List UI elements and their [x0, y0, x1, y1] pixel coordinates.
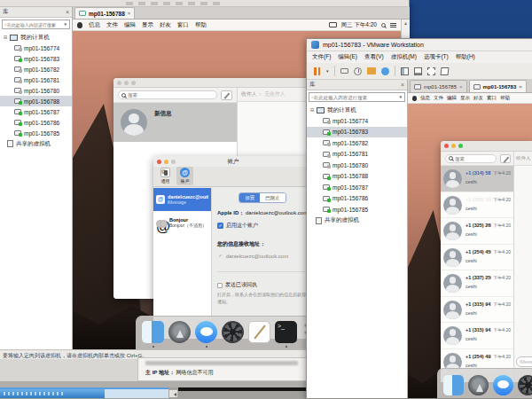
address-checkbox[interactable]: ✓: [217, 253, 223, 259]
conversation-row[interactable]: +1 (254) 459-2268 下午4:20 ceshi: [441, 245, 513, 271]
minimize-icon[interactable]: [451, 144, 456, 148]
vm-tree-item[interactable]: mp01-156783: [0, 53, 72, 64]
unity-icon[interactable]: [441, 67, 450, 75]
zoom-icon[interactable]: [131, 81, 136, 85]
app-menu-item[interactable]: 查看(V): [364, 53, 384, 61]
menu-item[interactable]: 帮助: [195, 21, 207, 29]
tab[interactable]: 已阻止: [260, 193, 286, 202]
snapshot-camera-icon[interactable]: [367, 67, 376, 74]
titlebar[interactable]: [113, 78, 308, 88]
snapshot-clock-icon[interactable]: [354, 67, 362, 75]
tree-shared-vms[interactable]: 共享的虚拟机: [0, 138, 72, 149]
vm-tree-item[interactable]: mp01-156781: [307, 149, 407, 160]
app-menu-item[interactable]: 虚拟机(M): [391, 53, 417, 61]
notification-center-icon[interactable]: [390, 23, 396, 27]
vm-tree-item[interactable]: mp01-156782: [0, 64, 72, 74]
conversation-row[interactable]: +1 (314) 581-8726 下午4:20 ceshi: [441, 166, 513, 192]
dock-icon[interactable]: [168, 321, 191, 343]
search-field[interactable]: [118, 90, 217, 99]
vm-tree-item[interactable]: mp01-156787: [307, 182, 407, 193]
vm-tree-item[interactable]: mp01-156785: [307, 204, 407, 215]
vm-tree-item[interactable]: mp01-156787: [0, 106, 72, 117]
vm-tree-item[interactable]: mp01-156788: [307, 171, 407, 183]
compose-icon[interactable]: [500, 154, 511, 163]
app-menu-item[interactable]: 帮助(H): [456, 53, 475, 61]
menu-item[interactable]: 编辑: [447, 95, 457, 101]
dock-icon[interactable]: [248, 321, 270, 343]
zoom-icon[interactable]: [458, 144, 463, 148]
vm-tree-item[interactable]: mp01-156781: [0, 74, 72, 85]
tree-root-my-computer[interactable]: ⊟ 我的计算机: [0, 32, 72, 43]
conversation-row[interactable]: +1 (315) 941-6131 下午4:20 ceshi: [441, 297, 513, 324]
conversation-row[interactable]: +1 (337) 256-1651 下午4:20 ceshi: [441, 270, 513, 297]
menu-item[interactable]: 文件: [106, 21, 118, 29]
menu-item[interactable]: 窗口: [177, 21, 189, 29]
titlebar[interactable]: 账户: [153, 156, 313, 167]
account-item[interactable]: @ Bonjour Bonjour（不适用）: [153, 211, 211, 234]
vm-tree-item[interactable]: mp01-156774: [307, 115, 407, 127]
vm-tree-item[interactable]: mp01-156782: [307, 137, 407, 149]
menu-item[interactable]: 编辑: [124, 21, 136, 29]
tab[interactable]: 设置: [239, 193, 260, 202]
dock-icon[interactable]: [443, 375, 464, 395]
dock-icon[interactable]: [222, 321, 244, 343]
vm-tree-item[interactable]: mp01-156780: [0, 85, 72, 96]
minimize-icon[interactable]: [124, 81, 129, 85]
scroll-up-icon[interactable]: ▲: [402, 20, 410, 27]
menu-item[interactable]: 好友: [160, 21, 171, 29]
app-menu-item[interactable]: 选项卡(T): [424, 53, 449, 61]
compose-icon[interactable]: [221, 90, 232, 100]
vm-tree-item[interactable]: mp01-156783: [307, 127, 407, 138]
vm-tab[interactable]: mp01-156783 ×: [469, 80, 527, 92]
dock-icon[interactable]: [468, 375, 489, 395]
pause-button[interactable]: [314, 67, 320, 75]
titlebar[interactable]: mp01-156783 - VMware Workstation: [307, 39, 532, 51]
ctrl-alt-del-icon[interactable]: [340, 68, 348, 74]
close-icon[interactable]: [444, 144, 449, 148]
menu-item[interactable]: 信息: [89, 21, 100, 29]
collapse-icon[interactable]: ⊟: [4, 35, 7, 40]
search-input[interactable]: [455, 156, 493, 161]
app-menu-item[interactable]: 编辑(E): [338, 53, 357, 61]
close-tab-icon[interactable]: ×: [459, 84, 463, 90]
read-receipt-checkbox[interactable]: [217, 283, 223, 288]
conversation-row[interactable]: +1 (325) 260-8177 下午4:20 ceshi: [441, 218, 513, 245]
prefs-toolbar-button[interactable]: @ 通用: [157, 166, 174, 185]
dock-icon[interactable]: [142, 321, 164, 343]
chevron-down-icon[interactable]: ▼: [64, 22, 67, 27]
menu-item[interactable]: 好友: [473, 95, 483, 101]
show-library-icon[interactable]: [401, 67, 409, 75]
prefs-toolbar-button[interactable]: @ 账户: [176, 166, 193, 185]
menu-item[interactable]: 窗口: [487, 95, 497, 101]
close-tab-icon[interactable]: ×: [128, 11, 131, 16]
to-header[interactable]: 收件人： 无收件人: [238, 88, 308, 102]
vm-tree-item[interactable]: mp01-156785: [0, 128, 72, 138]
vm-tree-item[interactable]: mp01-156780: [307, 160, 407, 171]
chevron-down-icon[interactable]: ▼: [399, 95, 403, 99]
progress-played[interactable]: [0, 389, 105, 398]
apple-icon[interactable]: [77, 22, 82, 28]
account-item[interactable]: @ danielcuezc@outlo… iMessage: [153, 188, 211, 211]
menu-item[interactable]: 文件: [434, 95, 443, 101]
new-message-row[interactable]: 新信息: [113, 103, 237, 142]
dock-icon[interactable]: [518, 375, 532, 395]
tree-root-my-computer[interactable]: ⊟ 我的计算机: [307, 105, 407, 115]
dock-icon[interactable]: [195, 321, 217, 343]
menu-item[interactable]: 信息: [420, 95, 430, 101]
imessage-input[interactable]: iMessage: [516, 356, 532, 367]
menu-item[interactable]: 帮助: [500, 95, 510, 101]
close-icon[interactable]: [117, 81, 121, 85]
library-search-input[interactable]: [314, 95, 399, 100]
fullscreen-icon[interactable]: [427, 67, 435, 75]
enable-account-checkbox[interactable]: ✓: [217, 223, 223, 229]
dock-icon[interactable]: [275, 321, 297, 343]
library-search-input[interactable]: [7, 22, 64, 27]
titlebar[interactable]: [441, 141, 532, 152]
vm-tab-156788[interactable]: mp01-156788 ×: [74, 7, 135, 19]
close-icon[interactable]: [157, 160, 161, 164]
vm-device-icon[interactable]: [329, 22, 337, 27]
scroll-left-icon[interactable]: [168, 389, 178, 398]
vm-screen-2[interactable]: +1 (314) 581-8726 下午4:20 ceshi +1 (325) …: [408, 104, 532, 398]
close-icon[interactable]: ×: [401, 82, 404, 88]
tree-shared-vms[interactable]: 共享的虚拟机: [307, 215, 407, 226]
